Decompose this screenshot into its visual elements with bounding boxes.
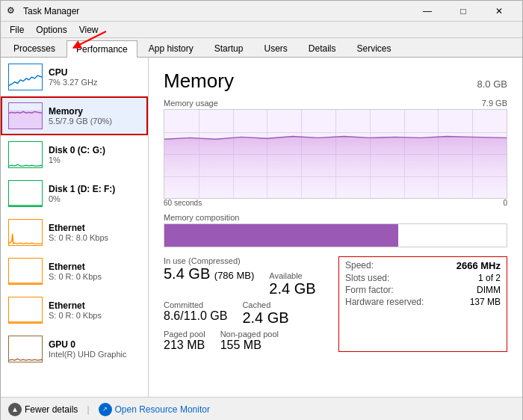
cpu-label: CPU (49, 67, 140, 78)
in-use-label: In use (Compressed) (164, 256, 332, 265)
open-monitor-icon: ↗ (99, 403, 112, 416)
speed-label: Speed: (345, 260, 374, 271)
tab-app-history[interactable]: App history (139, 40, 203, 57)
ethernet2-info: Ethernet S: 0 R: 0 Kbps (49, 262, 140, 281)
disk0-value: 1% (49, 155, 140, 164)
hw-row: Hardware reserved: 137 MB (345, 297, 501, 307)
sidebar-item-gpu0[interactable]: GPU 0 Intel(R) UHD Graphic (1, 330, 148, 368)
non-paged-value: 155 MB (220, 339, 279, 352)
menu-view[interactable]: View (73, 23, 105, 37)
hw-label: Hardware reserved: (345, 297, 424, 307)
available-label: Available (269, 271, 315, 280)
ethernet2-value: S: 0 R: 0 Kbps (49, 272, 140, 281)
tab-services[interactable]: Services (347, 40, 401, 57)
non-paged-label: Non-paged pool (220, 330, 279, 339)
main-content: CPU 7% 3.27 GHz Memory 5.5/7.9 GB (70%) (1, 58, 522, 397)
gpu0-info: GPU 0 Intel(R) UHD Graphic (49, 339, 140, 359)
detail-total: 8.0 GB (477, 78, 507, 90)
form-row: Form factor: DIMM (345, 285, 501, 295)
menu-bar: File Options View (1, 22, 522, 38)
cached-label: Cached (242, 300, 288, 309)
tab-bar: Processes Performance App history Startu… (1, 38, 522, 58)
disk1-info: Disk 1 (D: E: F:) 0% (49, 184, 140, 203)
tab-details[interactable]: Details (299, 40, 346, 57)
footer-separator: | (87, 404, 89, 415)
memory-value: 5.5/7.9 GB (70%) (49, 117, 140, 126)
memory-chart (164, 109, 507, 199)
ethernet1-value: S: 0 R: 8.0 Kbps (49, 233, 140, 242)
sidebar-item-disk1[interactable]: Disk 1 (D: E: F:) 0% (1, 174, 148, 213)
gpu0-graph (8, 336, 43, 362)
chart-time-labels: 60 seconds 0 (164, 199, 507, 207)
menu-options[interactable]: Options (30, 23, 72, 37)
sidebar-item-disk0[interactable]: Disk 0 (C: G:) 1% (1, 135, 148, 174)
task-manager-window: ⚙ Task Manager — □ ✕ File Options View P… (0, 0, 523, 420)
paged-value: 213 MB (164, 339, 205, 352)
paged-label: Paged pool (164, 330, 205, 339)
ethernet3-info: Ethernet S: 0 R: 0 Kbps (49, 300, 140, 320)
disk0-info: Disk 0 (C: G:) 1% (49, 145, 140, 164)
ethernet1-info: Ethernet S: 0 R: 8.0 Kbps (49, 223, 140, 242)
sidebar-item-ethernet3[interactable]: Ethernet S: 0 R: 0 Kbps (1, 291, 148, 330)
detail-title-row: Memory 8.0 GB (164, 70, 507, 93)
fewer-details-label: Fewer details (25, 404, 78, 415)
fewer-details-button[interactable]: ▲ Fewer details (8, 403, 78, 416)
memory-info: Memory 5.5/7.9 GB (70%) (49, 106, 140, 126)
tab-performance[interactable]: Performance (66, 40, 137, 58)
maximize-button[interactable]: □ (446, 1, 480, 22)
ethernet1-graph (8, 219, 43, 246)
title-bar: ⚙ Task Manager — □ ✕ (1, 1, 522, 22)
fewer-details-icon: ▲ (8, 403, 22, 416)
speed-row: Speed: 2666 MHz (345, 260, 501, 271)
sidebar-item-ethernet2[interactable]: Ethernet S: 0 R: 0 Kbps (1, 252, 148, 291)
disk1-label: Disk 1 (D: E: F:) (49, 184, 140, 194)
cpu-info: CPU 7% 3.27 GHz (49, 67, 140, 87)
ethernet2-graph (8, 258, 43, 285)
hw-value: 137 MB (470, 297, 501, 307)
tab-users[interactable]: Users (254, 40, 297, 57)
in-use-row: In use (Compressed) 5.4 GB (786 MB) Avai… (164, 256, 332, 297)
ethernet3-graph (8, 297, 43, 324)
committed-label: Committed (164, 300, 227, 309)
menu-file[interactable]: File (4, 23, 30, 37)
close-button[interactable]: ✕ (482, 1, 516, 22)
cpu-graph (8, 64, 43, 90)
disk0-label: Disk 0 (C: G:) (49, 145, 140, 155)
stats-right: Speed: 2666 MHz Slots used: 1 of 2 Form … (338, 256, 507, 352)
ethernet2-label: Ethernet (49, 262, 140, 272)
committed-value: 8.6/11.0 GB (164, 309, 227, 323)
window-title: Task Manager (23, 6, 410, 16)
stats-left: In use (Compressed) 5.4 GB (786 MB) Avai… (164, 256, 332, 352)
available-value: 2.4 GB (269, 280, 315, 297)
stats-grid: In use (Compressed) 5.4 GB (786 MB) Avai… (164, 256, 507, 352)
window-controls: — □ ✕ (410, 1, 516, 22)
open-monitor-link[interactable]: Open Resource Monitor (115, 404, 210, 415)
composition-bar (164, 223, 507, 247)
composition-section: Memory composition (164, 213, 507, 247)
open-monitor-button[interactable]: ↗ Open Resource Monitor (99, 403, 210, 416)
gpu0-value: Intel(R) UHD Graphic (49, 350, 140, 359)
disk1-graph (8, 180, 43, 207)
form-label: Form factor: (345, 285, 394, 295)
cached-value: 2.4 GB (242, 309, 288, 327)
sidebar: CPU 7% 3.27 GHz Memory 5.5/7.9 GB (70%) (1, 58, 149, 397)
footer: ▲ Fewer details | ↗ Open Resource Monito… (1, 397, 522, 420)
disk0-graph (8, 141, 43, 168)
sidebar-item-ethernet1[interactable]: Ethernet S: 0 R: 8.0 Kbps (1, 213, 148, 252)
detail-title: Memory (164, 70, 234, 93)
detail-panel: Memory 8.0 GB Memory usage 7.9 GB (149, 58, 522, 397)
slots-value: 1 of 2 (478, 273, 501, 283)
chart-label: Memory usage 7.9 GB (164, 99, 507, 108)
in-use-value: 5.4 GB (786 MB) (164, 265, 254, 282)
tab-startup[interactable]: Startup (205, 40, 253, 57)
gpu0-label: GPU 0 (49, 339, 140, 350)
slots-label: Slots used: (345, 273, 389, 283)
memory-graph (8, 102, 43, 129)
svg-marker-2 (164, 136, 507, 198)
minimize-button[interactable]: — (410, 1, 445, 22)
cpu-value: 7% 3.27 GHz (49, 78, 140, 87)
tab-processes[interactable]: Processes (4, 40, 65, 57)
ethernet3-value: S: 0 R: 0 Kbps (49, 311, 140, 320)
sidebar-item-cpu[interactable]: CPU 7% 3.27 GHz (1, 58, 148, 96)
sidebar-item-memory[interactable]: Memory 5.5/7.9 GB (70%) (1, 96, 148, 135)
